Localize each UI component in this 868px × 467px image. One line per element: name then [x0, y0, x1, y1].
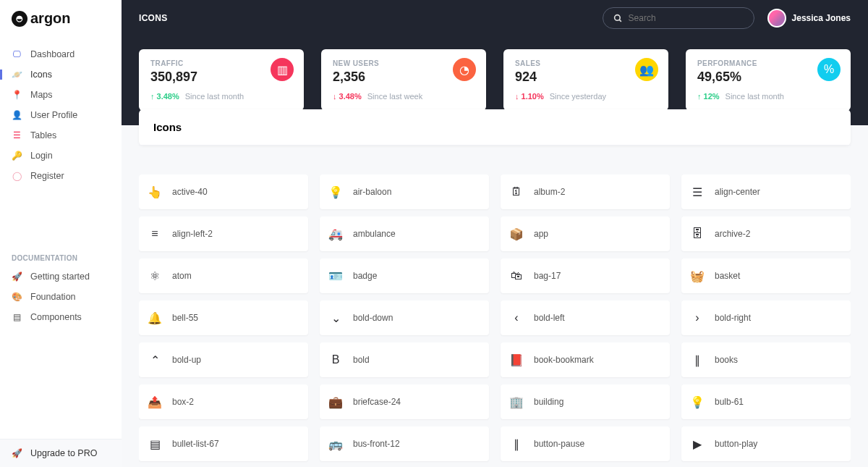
bus-front-12-icon: 🚌: [330, 438, 341, 450]
doc-item-foundation[interactable]: 🎨Foundation: [0, 287, 122, 307]
palette-icon: 🎨: [12, 292, 22, 302]
stat-card-sales: SALES924👥↓ 1.10%Since yesterday: [503, 49, 668, 111]
avatar: [767, 9, 786, 28]
rocket-icon: 🚀: [12, 272, 22, 282]
sidebar-item-icons[interactable]: 🪐Icons: [0, 64, 122, 85]
icon-tile-label: bus-front-12: [353, 439, 400, 449]
box-2-icon: 📤: [149, 396, 161, 408]
icon-tile-label: bold-left: [534, 313, 565, 323]
icon-tile-bold-up[interactable]: ⌃bold-up: [139, 342, 308, 377]
search-icon: [613, 14, 623, 23]
icon-tile-label: bullet-list-67: [172, 439, 219, 449]
pin-icon: 📍: [12, 90, 22, 100]
search-box[interactable]: [603, 7, 754, 29]
icon-tile-bold[interactable]: Bbold: [320, 342, 489, 377]
bold-down-icon: ⌄: [330, 312, 341, 324]
icon-tile-bullet-list-67[interactable]: ▤bullet-list-67: [139, 426, 308, 461]
doc-item-components[interactable]: ▤Components: [0, 307, 122, 327]
icon-tile-label: align-left-2: [172, 229, 213, 239]
stat-delta: ↓ 1.10%: [515, 92, 544, 101]
panel-title: Icons: [139, 109, 851, 146]
stat-since: Since last week: [367, 92, 422, 101]
sidebar-item-register[interactable]: ◯Register: [0, 166, 122, 186]
icon-tile-label: briefcase-24: [353, 397, 401, 407]
icon-tile-label: book-bookmark: [534, 355, 594, 365]
icon-tile-button-pause[interactable]: ∥button-pause: [501, 426, 670, 461]
icon-tile-label: bulb-61: [715, 397, 744, 407]
icon-tile-label: button-play: [715, 439, 757, 449]
doc-section-header: DOCUMENTATION: [0, 244, 122, 266]
bold-right-icon: ›: [692, 312, 703, 324]
sidebar-item-user-profile[interactable]: 👤User Profile: [0, 105, 122, 125]
icon-tile-label: air-baloon: [353, 187, 391, 197]
stat-since: Since last month: [185, 92, 244, 101]
stat-delta: ↑ 3.48%: [150, 92, 179, 101]
icon-tile-button-play[interactable]: ▶button-play: [681, 426, 851, 461]
icon-grid-wrap: 👆active-40💡air-baloon🗓album-2☰align-cent…: [139, 161, 851, 467]
stat-card-performance: PERFORMANCE49,65%%↑ 12%Since last month: [686, 49, 851, 111]
upgrade-link[interactable]: 🚀 Upgrade to PRO: [0, 439, 122, 467]
icon-tile-bold-right[interactable]: ›bold-right: [681, 300, 851, 335]
stat-foot: ↓ 3.48%Since last week: [333, 92, 475, 101]
sidebar-item-tables[interactable]: ☰Tables: [0, 125, 122, 146]
doc-nav: DOCUMENTATION🚀Getting started🎨Foundation…: [0, 240, 122, 439]
icon-tile-briefcase-24[interactable]: 💼briefcase-24: [320, 384, 489, 419]
percent-icon: %: [817, 58, 841, 81]
icon-tile-atom[interactable]: ⚛atom: [139, 258, 308, 293]
icon-tile-air-baloon[interactable]: 💡air-baloon: [320, 174, 489, 209]
sidebar: ◓ argon 🖵Dashboard🪐Icons📍Maps👤User Profi…: [0, 0, 122, 467]
bag-17-icon: 🛍: [511, 270, 522, 282]
user-menu[interactable]: Jessica Jones: [767, 9, 851, 28]
icon-tile-badge[interactable]: 🪪badge: [320, 258, 489, 293]
icon-tile-bag-17[interactable]: 🛍bag-17: [501, 258, 670, 293]
icon-tile-align-left-2[interactable]: ≡align-left-2: [139, 216, 308, 251]
icon-tile-bold-down[interactable]: ⌄bold-down: [320, 300, 489, 335]
icon-tile-label: app: [534, 229, 548, 239]
align-center-icon: ☰: [692, 186, 703, 198]
bold-up-icon: ⌃: [149, 354, 161, 366]
icon-tile-basket[interactable]: 🧺basket: [681, 258, 851, 293]
sidebar-item-maps[interactable]: 📍Maps: [0, 85, 122, 105]
primary-nav: 🖵Dashboard🪐Icons📍Maps👤User Profile☰Table…: [0, 40, 122, 240]
icon-tile-archive-2[interactable]: 🗄archive-2: [681, 216, 851, 251]
icon-tile-books[interactable]: ∥books: [681, 342, 851, 377]
stat-since: Since yesterday: [550, 92, 606, 101]
briefcase-24-icon: 💼: [330, 396, 341, 408]
nav-label: Dashboard: [30, 49, 75, 59]
main-content: ICONS Jessica Jones TRAFFIC350,897▥↑ 3.4…: [122, 0, 868, 467]
icon-tile-bus-front-12[interactable]: 🚌bus-front-12: [320, 426, 489, 461]
icon-tile-building[interactable]: 🏢building: [501, 384, 670, 419]
icon-tile-box-2[interactable]: 📤box-2: [139, 384, 308, 419]
nav-label: Icons: [30, 70, 52, 80]
bell-55-icon: 🔔: [149, 312, 161, 324]
list-icon: ☰: [12, 130, 22, 140]
icon-tile-label: basket: [715, 271, 740, 281]
icon-tile-active-40[interactable]: 👆active-40: [139, 174, 308, 209]
topbar: ICONS Jessica Jones: [139, 4, 851, 32]
ambulance-icon: 🚑: [330, 228, 341, 240]
icon-tile-label: badge: [353, 271, 377, 281]
album-2-icon: 🗓: [511, 186, 522, 198]
icon-tile-app[interactable]: 📦app: [501, 216, 670, 251]
search-input[interactable]: [629, 13, 744, 23]
stat-card-new-users: NEW USERS2,356◔↓ 3.48%Since last week: [321, 49, 486, 111]
bulb-61-icon: 💡: [692, 396, 703, 408]
icon-tile-label: button-pause: [534, 439, 584, 449]
nav-label: Tables: [30, 130, 56, 140]
doc-item-getting-started[interactable]: 🚀Getting started: [0, 266, 122, 287]
icon-tile-bold-left[interactable]: ‹bold-left: [501, 300, 670, 335]
brand-logo[interactable]: ◓ argon: [0, 0, 122, 40]
doc-label: Foundation: [30, 292, 76, 302]
icon-tile-book-bookmark[interactable]: 📕book-bookmark: [501, 342, 670, 377]
icon-tile-label: bold: [353, 355, 370, 365]
icon-tile-album-2[interactable]: 🗓album-2: [501, 174, 670, 209]
icon-tile-label: bold-right: [715, 313, 751, 323]
icon-tile-bulb-61[interactable]: 💡bulb-61: [681, 384, 851, 419]
icon-tile-ambulance[interactable]: 🚑ambulance: [320, 216, 489, 251]
pie-icon: ◔: [453, 58, 476, 81]
icon-tile-bell-55[interactable]: 🔔bell-55: [139, 300, 308, 335]
sidebar-item-login[interactable]: 🔑Login: [0, 146, 122, 166]
icon-tile-align-center[interactable]: ☰align-center: [681, 174, 851, 209]
sidebar-item-dashboard[interactable]: 🖵Dashboard: [0, 44, 122, 64]
stat-card-traffic: TRAFFIC350,897▥↑ 3.48%Since last month: [139, 49, 304, 111]
